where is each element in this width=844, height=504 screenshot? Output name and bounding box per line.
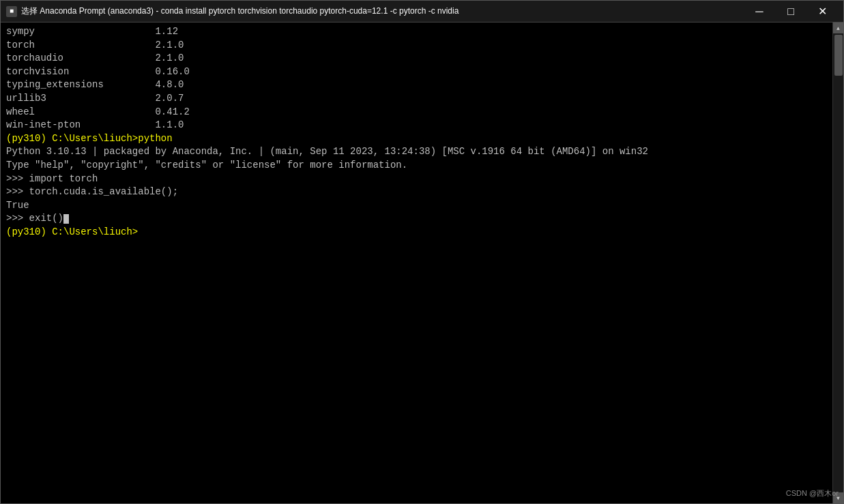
watermark: CSDN @西木or [786, 488, 839, 499]
titlebar-title: 选择 Anaconda Prompt (anaconda3) - conda i… [21, 5, 459, 17]
maximize-button[interactable]: □ [775, 1, 806, 23]
minimize-button[interactable]: ─ [744, 1, 775, 23]
terminal-line: torch 2.1.0 [6, 39, 827, 53]
titlebar-controls: ─ □ ✕ [744, 1, 838, 23]
terminal-line: True [6, 199, 827, 213]
terminal-line: >>> import torch [6, 173, 827, 186]
terminal-line: typing_extensions 4.8.0 [6, 78, 827, 92]
terminal-line: Type "help", "copyright", "credits" or "… [6, 159, 827, 173]
titlebar: ■ 选择 Anaconda Prompt (anaconda3) - conda… [1, 1, 843, 23]
terminal-icon: ■ [6, 6, 17, 17]
terminal-content[interactable]: sympy 1.12torch 2.1.0torchaudio 2.1.0tor… [1, 23, 832, 503]
terminal-window: ■ 选择 Anaconda Prompt (anaconda3) - conda… [0, 0, 844, 504]
terminal-line: win-inet-pton 1.1.0 [6, 119, 827, 132]
terminal-line: Python 3.10.13 | packaged by Anaconda, I… [6, 145, 827, 159]
terminal-line: wheel 0.41.2 [6, 106, 827, 119]
titlebar-left: ■ 选择 Anaconda Prompt (anaconda3) - conda… [6, 5, 459, 17]
scrollbar-track[interactable] [833, 33, 843, 492]
terminal-area: sympy 1.12torch 2.1.0torchaudio 2.1.0tor… [1, 23, 843, 503]
cursor [63, 214, 69, 224]
terminal-line: (py310) C:\Users\liuch>python [6, 132, 827, 146]
scroll-up-arrow[interactable]: ▲ [833, 23, 844, 33]
terminal-line: sympy 1.12 [6, 25, 827, 39]
terminal-line: torchaudio 2.1.0 [6, 52, 827, 65]
scrollbar-thumb[interactable] [834, 35, 843, 76]
terminal-line: >>> torch.cuda.is_available(); [6, 186, 827, 199]
terminal-line: >>> exit() [6, 212, 827, 226]
terminal-line: (py310) C:\Users\liuch> [6, 226, 827, 239]
terminal-line: torchvision 0.16.0 [6, 65, 827, 79]
terminal-line: urllib3 2.0.7 [6, 92, 827, 106]
scrollbar[interactable]: ▲ ▼ [832, 23, 843, 503]
close-button[interactable]: ✕ [806, 1, 838, 23]
